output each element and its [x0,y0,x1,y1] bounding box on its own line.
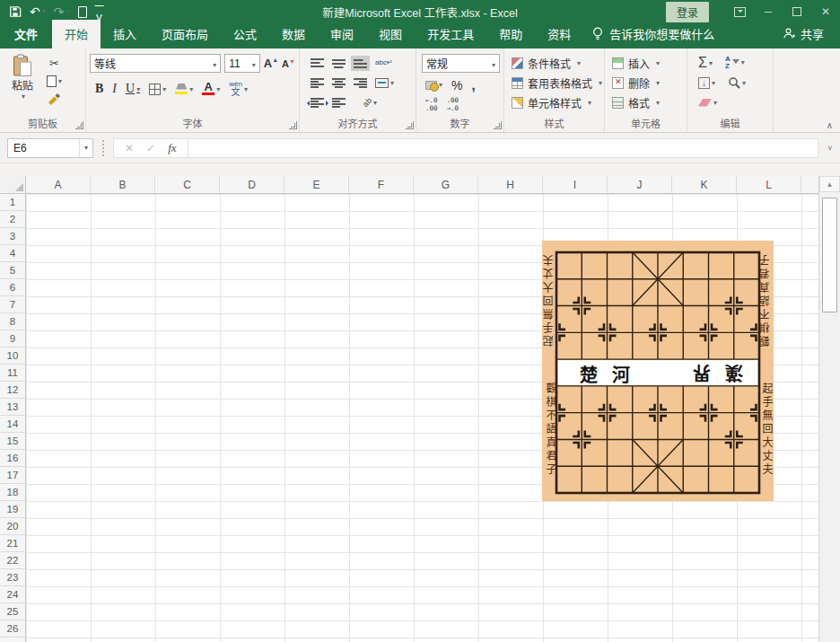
redo-button[interactable]: ↷ [54,5,70,18]
row-header-3[interactable]: 3 [0,228,25,245]
align-right-button[interactable] [354,78,367,88]
row-header-22[interactable]: 22 [0,552,25,569]
ribbon-tab[interactable]: 数据 [269,20,318,48]
clear-button[interactable] [698,99,717,107]
increase-font-size-button[interactable]: A▲ [264,57,278,70]
bold-button[interactable]: B [95,82,103,96]
row-header-4[interactable]: 4 [0,245,25,262]
ribbon-tab[interactable]: 开始 [52,20,101,48]
find-select-button[interactable] [728,76,746,89]
font-size-select[interactable]: 11 [224,54,260,73]
accounting-format-button[interactable] [425,81,442,90]
ribbon-display-options-button[interactable] [725,0,754,23]
increase-decimal-button[interactable]: ←.0 .00 [425,97,438,112]
align-left-button[interactable] [311,78,324,88]
row-header-12[interactable]: 12 [0,382,25,399]
orientation-button[interactable]: ab [363,98,377,107]
ribbon-tab[interactable]: 插入 [101,20,149,48]
collapse-ribbon-button[interactable]: ∧ [827,120,833,130]
alignment-dialog-launcher[interactable] [406,121,414,129]
pinyin-guide-button[interactable]: wén文 [229,81,248,97]
insert-function-button[interactable]: fx [168,141,176,155]
ribbon-tab[interactable]: 页面布局 [149,20,221,48]
row-header-15[interactable]: 15 [0,433,25,450]
row-header-21[interactable]: 21 [0,535,25,552]
ribbon-tab[interactable]: 开发工具 [415,20,486,48]
align-center-button[interactable] [332,78,346,88]
row-header-18[interactable]: 18 [0,484,25,501]
row-header-14[interactable]: 14 [0,416,25,433]
number-format-select[interactable]: 常规 [422,54,500,73]
number-dialog-launcher[interactable] [494,121,502,129]
row-header-10[interactable]: 10 [0,347,25,365]
select-all-corner[interactable] [0,176,26,193]
conditional-formatting-button[interactable]: 条件格式 [512,56,600,71]
column-header-G[interactable]: G [414,176,478,193]
row-header-7[interactable]: 7 [0,296,25,313]
row-header-19[interactable]: 19 [0,501,25,518]
undo-button[interactable]: ↶ [30,5,46,18]
row-header-13[interactable]: 13 [0,399,25,416]
column-header-C[interactable]: C [155,176,220,193]
wrap-text-button[interactable]: abc↵ [375,59,393,66]
row-header-8[interactable]: 8 [0,313,25,330]
format-as-table-button[interactable]: 套用表格格式 [512,75,600,91]
formula-bar-expand-button[interactable]: ˅ [820,144,840,153]
font-name-select[interactable]: 等线 [90,54,221,73]
column-header-B[interactable]: B [91,176,155,193]
formula-input[interactable] [188,138,818,158]
cancel-button[interactable]: ✕ [125,142,134,154]
row-header-17[interactable]: 17 [0,467,25,484]
scroll-up-button[interactable]: ▲ [819,176,840,192]
tab-file[interactable]: 文件 [0,20,52,48]
column-header-A[interactable]: A [26,176,91,193]
comma-style-button[interactable]: , [471,77,475,92]
format-painter-button[interactable] [47,92,62,105]
delete-cells-button[interactable]: 删除 [612,75,683,91]
save-button[interactable] [9,5,22,18]
decrease-indent-button[interactable] [311,98,324,108]
row-header-25[interactable]: 25 [0,603,25,620]
increase-indent-button[interactable] [332,98,346,108]
share-button[interactable]: 共享 [767,20,840,48]
row-header-23[interactable]: 23 [0,569,25,586]
column-header-I[interactable]: I [543,176,608,193]
vertical-scrollbar[interactable]: ▲ [818,176,840,642]
column-header-D[interactable]: D [220,176,284,193]
ribbon-tab[interactable]: 公式 [221,20,269,48]
row-header-11[interactable]: 11 [0,365,25,382]
ribbon-tab[interactable]: 视图 [366,20,415,48]
column-header-E[interactable]: E [284,176,349,193]
xiangqi-board-image[interactable]: 起手無回大丈夫 觀棋不語真君子 觀棋不語真君子 起手無回大丈夫 楚河 漢界 [542,241,774,501]
decrease-font-size-button[interactable]: A▼ [282,58,295,69]
cut-button[interactable]: ✂ [47,57,62,70]
percent-style-button[interactable]: % [451,78,462,92]
scrollbar-thumb[interactable] [822,198,837,312]
column-header-F[interactable]: F [349,176,414,193]
cell-styles-button[interactable]: 单元格样式 [512,95,600,110]
borders-button[interactable] [149,84,166,95]
insert-cells-button[interactable]: 插入 [612,56,683,71]
copy-button[interactable] [47,75,62,87]
underline-button[interactable]: U [126,82,140,96]
enter-button[interactable]: ✓ [146,142,155,154]
ribbon-tab[interactable]: 资料 [535,20,583,48]
clipboard-dialog-launcher[interactable] [75,121,83,129]
italic-button[interactable]: I [112,82,117,96]
column-header-L[interactable]: L [737,176,801,193]
row-header-16[interactable]: 16 [0,450,25,467]
column-header-partial[interactable] [801,176,818,193]
row-header-5[interactable]: 5 [0,262,25,279]
column-header-H[interactable]: H [478,176,543,193]
row-header-1[interactable]: 1 [0,194,25,211]
row-header-2[interactable]: 2 [0,211,25,228]
font-dialog-launcher[interactable] [289,121,297,129]
sort-filter-button[interactable]: AZ [725,56,745,70]
align-middle-button[interactable] [332,58,346,68]
ribbon-tab[interactable]: 帮助 [486,20,535,48]
paste-button[interactable]: 粘贴 [4,51,41,118]
align-top-button[interactable] [311,58,324,68]
fill-color-button[interactable] [175,84,193,94]
row-header-6[interactable]: 6 [0,279,25,296]
font-color-button[interactable]: BA [202,83,220,95]
